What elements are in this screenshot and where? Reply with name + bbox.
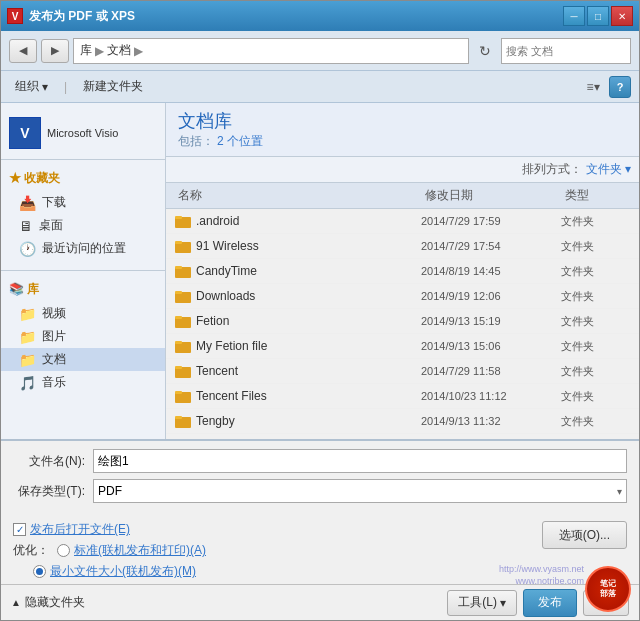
desktop-icon: 🖥: [19, 218, 33, 234]
open-after-label: 发布后打开文件(E): [30, 521, 130, 538]
file-name-6: Tencent: [196, 364, 421, 378]
col-type-header[interactable]: 类型: [561, 185, 631, 206]
back-button[interactable]: ◀: [9, 39, 37, 63]
maximize-button[interactable]: □: [587, 6, 609, 26]
sidebar-divider: [1, 270, 165, 271]
file-name-5: My Fetion file: [196, 339, 421, 353]
locations-link[interactable]: 2 个位置: [217, 134, 263, 148]
optimize-label: 优化：: [13, 542, 49, 559]
sort-bar: 排列方式： 文件夹 ▾: [166, 157, 639, 183]
file-type-6: 文件夹: [561, 364, 631, 379]
svg-rect-13: [175, 366, 182, 369]
standard-radio-label[interactable]: 标准(联机发布和打印)(A): [74, 542, 206, 559]
hide-folders-button[interactable]: ▲ 隐藏文件夹: [11, 594, 85, 611]
sidebar-item-download[interactable]: 📥 下载: [1, 191, 165, 214]
file-name-1: 91 Wireless: [196, 239, 421, 253]
file-row[interactable]: Tencent Files 2014/10/23 11:12 文件夹: [166, 384, 639, 409]
file-row[interactable]: CandyTime 2014/8/19 14:45 文件夹: [166, 259, 639, 284]
standard-radio[interactable]: [57, 544, 70, 557]
title-bar: V 发布为 PDF 或 XPS ─ □ ✕: [1, 1, 639, 31]
file-type-2: 文件夹: [561, 264, 631, 279]
addr-sep2: ▶: [134, 44, 143, 58]
file-type-1: 文件夹: [561, 239, 631, 254]
file-name-8: Tengby: [196, 414, 421, 428]
open-after-checkbox[interactable]: ✓: [13, 523, 26, 536]
library-subtitle: 包括： 2 个位置: [178, 133, 627, 150]
folder-icon-8: [174, 412, 192, 430]
file-date-8: 2014/9/13 11:32: [421, 415, 561, 427]
minimize-button[interactable]: ─: [563, 6, 585, 26]
file-row[interactable]: Tencent 2014/7/29 11:58 文件夹: [166, 359, 639, 384]
refresh-button[interactable]: ↻: [473, 39, 497, 63]
publish-button[interactable]: 发布: [523, 589, 577, 617]
file-row[interactable]: 91 Wireless 2014/7/29 17:54 文件夹: [166, 234, 639, 259]
favorites-header[interactable]: ★ 收藏夹: [1, 166, 165, 191]
sidebar-item-video[interactable]: 📁 视频: [1, 302, 165, 325]
chevron-left-icon: ▲: [11, 597, 21, 608]
view-button[interactable]: ≡ ▾: [581, 76, 605, 98]
tools-arrow-icon: ▾: [500, 596, 506, 610]
tools-button[interactable]: 工具(L) ▾: [447, 590, 517, 616]
recent-icon: 🕐: [19, 241, 36, 257]
sidebar-item-recent[interactable]: 🕐 最近访问的位置: [1, 237, 165, 260]
search-input[interactable]: [506, 45, 640, 57]
main-content: V Microsoft Visio ★ 收藏夹 📥 下载 🖥 桌面 🕐 最近访问…: [1, 103, 639, 439]
file-type-0: 文件夹: [561, 214, 631, 229]
documents-folder-icon: 📁: [19, 352, 36, 368]
sidebar-item-pictures[interactable]: 📁 图片: [1, 325, 165, 348]
open-after-link[interactable]: 发布后打开文件(E): [30, 522, 130, 536]
options-button[interactable]: 选项(O)...: [542, 521, 627, 549]
file-row[interactable]: Tengby 2014/9/13 11:32 文件夹: [166, 409, 639, 434]
window-controls: ─ □ ✕: [563, 6, 633, 26]
file-date-4: 2014/9/13 15:19: [421, 315, 561, 327]
file-date-5: 2014/9/13 15:06: [421, 340, 561, 352]
filename-input[interactable]: [93, 449, 627, 473]
file-row[interactable]: Downloads 2014/9/19 12:06 文件夹: [166, 284, 639, 309]
filetype-select[interactable]: PDF ▾: [93, 479, 627, 503]
file-date-7: 2014/10/23 11:12: [421, 390, 561, 402]
help-button[interactable]: ?: [609, 76, 631, 98]
address-text: 库 ▶ 文档 ▶: [80, 42, 143, 59]
toolbar-right: ≡ ▾ ?: [581, 76, 631, 98]
col-date-header[interactable]: 修改日期: [421, 185, 561, 206]
organize-button[interactable]: 组织 ▾: [9, 75, 54, 99]
svg-rect-9: [175, 316, 182, 319]
minimum-radio[interactable]: [33, 565, 46, 578]
toolbar2: 组织 ▾ | 新建文件夹 ≡ ▾ ?: [1, 71, 639, 103]
file-list-container: .android 2014/7/29 17:59 文件夹 91 Wireless…: [166, 209, 639, 439]
file-area-header: 文档库 包括： 2 个位置: [166, 103, 639, 157]
forward-button[interactable]: ▶: [41, 39, 69, 63]
pictures-folder-icon: 📁: [19, 329, 36, 345]
app-name-label: Microsoft Visio: [47, 126, 118, 140]
addr-sep1: ▶: [95, 44, 104, 58]
video-folder-icon: 📁: [19, 306, 36, 322]
address-toolbar: ◀ ▶ 库 ▶ 文档 ▶ ↻ 🔍: [1, 31, 639, 71]
window-title: 发布为 PDF 或 XPS: [29, 8, 135, 25]
file-row[interactable]: .android 2014/7/29 17:59 文件夹: [166, 209, 639, 234]
minimum-radio-label[interactable]: 最小文件大小(联机发布)(M): [50, 563, 196, 580]
sidebar-item-desktop[interactable]: 🖥 桌面: [1, 214, 165, 237]
library-section: 📚 库 📁 视频 📁 图片 📁 文档 🎵 音乐: [1, 277, 165, 394]
addr-library: 库: [80, 42, 92, 59]
address-bar[interactable]: 库 ▶ 文档 ▶: [73, 38, 469, 64]
library-header[interactable]: 📚 库: [1, 277, 165, 302]
folder-icon-0: [174, 212, 192, 230]
col-name-header[interactable]: 名称: [174, 185, 421, 206]
sidebar-item-documents[interactable]: 📁 文档: [1, 348, 165, 371]
sort-link[interactable]: 文件夹 ▾: [586, 161, 631, 178]
column-headers: 名称 修改日期 类型: [166, 183, 639, 209]
download-icon: 📥: [19, 195, 36, 211]
close-button[interactable]: ✕: [611, 6, 633, 26]
folder-icon-3: [174, 287, 192, 305]
file-list: .android 2014/7/29 17:59 文件夹 91 Wireless…: [166, 209, 639, 439]
filetype-row: 保存类型(T): PDF ▾: [13, 479, 627, 503]
svg-rect-1: [175, 216, 182, 219]
new-folder-button[interactable]: 新建文件夹: [77, 75, 149, 99]
file-date-1: 2014/7/29 17:54: [421, 240, 561, 252]
addr-documents: 文档: [107, 42, 131, 59]
corner-badge: 笔记部落: [585, 566, 631, 612]
file-type-3: 文件夹: [561, 289, 631, 304]
file-row[interactable]: My Fetion file 2014/9/13 15:06 文件夹: [166, 334, 639, 359]
file-row[interactable]: Fetion 2014/9/13 15:19 文件夹: [166, 309, 639, 334]
sidebar-item-music[interactable]: 🎵 音乐: [1, 371, 165, 394]
